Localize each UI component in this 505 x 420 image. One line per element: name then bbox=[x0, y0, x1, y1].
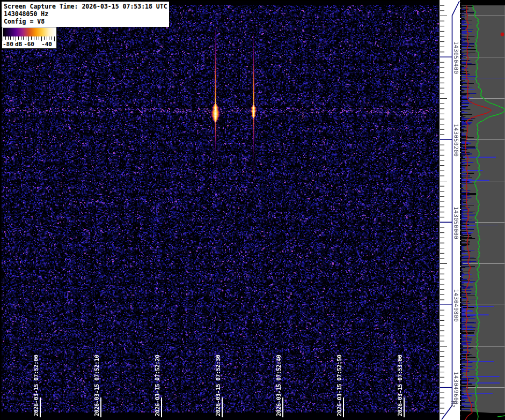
time-axis-label: 2026-03-15 07:52:00 bbox=[33, 355, 39, 416]
time-axis-tick bbox=[100, 397, 101, 417]
frequency-axis-label: 143050200 bbox=[453, 124, 459, 157]
time-axis-label: 2026-03-15 07:52:20 bbox=[154, 355, 160, 416]
time-axis-label: 2026-03-15 07:52:50 bbox=[336, 355, 342, 416]
time-axis-tick bbox=[222, 397, 223, 417]
color-scale-legend: -80 dB -60 -40 bbox=[2, 27, 57, 49]
time-axis-tick bbox=[282, 397, 283, 417]
time-axis-label: 2026-03-15 07:52:40 bbox=[275, 355, 282, 416]
info-overlay: Screen Capture Time: 2026-03-15 07:53:18… bbox=[1, 1, 170, 27]
receiver-frequency-text: 143048050 Hz bbox=[4, 10, 167, 18]
spectrum-side-panel bbox=[460, 0, 505, 420]
color-scale-minor-ticks bbox=[3, 36, 56, 40]
time-axis-tick bbox=[40, 397, 41, 417]
time-axis-label: 2026-03-15 07:53:00 bbox=[397, 355, 403, 416]
colorbar-max-label: -40 bbox=[41, 41, 52, 48]
colorbar-mid-label: -60 bbox=[24, 41, 34, 48]
colorbar-unit-label: dB bbox=[15, 41, 22, 48]
capture-time-text: Screen Capture Time: 2026-03-15 07:53:18… bbox=[4, 3, 167, 10]
config-text: Config = V8 bbox=[4, 18, 167, 25]
frequency-axis-label: 143049800 bbox=[453, 289, 459, 322]
time-axis-tick bbox=[161, 397, 162, 417]
color-scale-labels: -80 dB -60 -40 bbox=[3, 41, 56, 48]
time-axis-tick bbox=[343, 397, 344, 417]
time-axis-label: 2026-03-15 07:52:10 bbox=[93, 355, 100, 416]
frequency-axis-label: 143050400 bbox=[453, 41, 459, 74]
color-gradient-bar bbox=[3, 28, 56, 36]
colorbar-min-label: -80 bbox=[3, 41, 13, 48]
spectrogram-screen: Screen Capture Time: 2026-03-15 07:53:18… bbox=[0, 0, 505, 420]
frequency-axis-label: 143050000 bbox=[453, 207, 459, 239]
time-axis-tick bbox=[404, 397, 405, 417]
time-axis-label: 2026-03-15 07:52:30 bbox=[215, 355, 221, 416]
frequency-axis-label: 143049600 bbox=[453, 372, 459, 404]
frequency-axis-unit-label: Hz bbox=[450, 401, 457, 408]
